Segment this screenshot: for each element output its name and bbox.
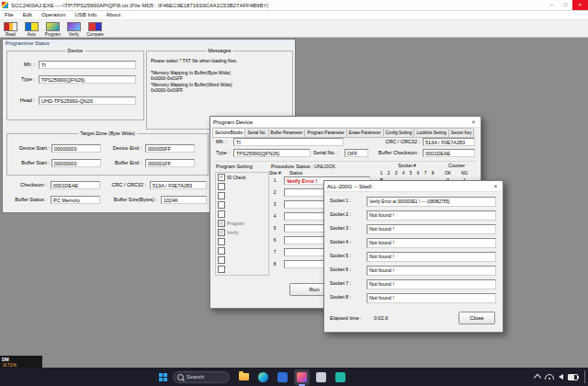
explorer-icon[interactable]: [236, 369, 252, 385]
close-dialog-button[interactable]: Close: [458, 312, 495, 324]
menu-edit[interactable]: Edit: [18, 11, 37, 19]
compare-button[interactable]: Compare: [85, 21, 106, 37]
site-row-num: 7: [269, 249, 280, 255]
tab-sectors-blocks[interactable]: Sectors/Blocks: [212, 128, 245, 138]
head-field[interactable]: UHD-TPS25990-QN26: [39, 96, 136, 105]
windows-logo-icon: [159, 373, 167, 381]
verify-button[interactable]: Verify: [63, 21, 85, 37]
socket-col-7: 7: [422, 170, 429, 176]
overlay-line2: -9.71%: [2, 362, 42, 368]
window-title: SCC2400AJ.EXE-----\TP\TPS25990APIQPI6.tx…: [11, 3, 268, 8]
checkbox[interactable]: [218, 201, 225, 209]
show-desktop-button[interactable]: [584, 370, 585, 383]
checkbox-row-id-check[interactable]: ✓ ID Check: [216, 173, 268, 182]
checkbox[interactable]: [218, 183, 225, 190]
dlg-crc-label: CRC / CRC32 :: [372, 139, 420, 145]
socket-header: Socket #: [378, 163, 436, 169]
app-icon-blue[interactable]: [275, 369, 290, 385]
id-check-checkbox[interactable]: ✓: [218, 174, 225, 181]
blue-app-icon: [277, 372, 288, 382]
checkbox[interactable]: [218, 192, 225, 199]
compare-label: Compare: [86, 32, 104, 37]
device-end-label: Device End :: [103, 145, 141, 152]
site-dialog-close-icon[interactable]: ×: [489, 181, 503, 191]
tab-erase-parameter[interactable]: Erase Parameter: [346, 128, 384, 138]
app-icon-teal[interactable]: [333, 369, 348, 385]
tab-buffer-parameter[interactable]: Buffer Parameter: [268, 128, 306, 138]
checkbox-row[interactable]: [216, 210, 268, 219]
dlg-crc-field: 513A / F0E7A283: [423, 138, 475, 146]
app-icon-gray[interactable]: [313, 369, 329, 385]
tab-serial-no[interactable]: Serial No.: [244, 128, 268, 138]
maximize-button[interactable]: □: [559, 0, 572, 10]
checkbox-row[interactable]: [216, 182, 268, 191]
volume-icon[interactable]: [559, 374, 563, 380]
checkbox-row[interactable]: [216, 246, 268, 255]
type-field[interactable]: TPS25990(QFN26): [39, 75, 136, 84]
socket-6-label: Socket 6 :: [330, 267, 351, 273]
site-row-num: 3: [269, 201, 280, 208]
checkbox[interactable]: [218, 266, 225, 273]
checkbox-row[interactable]: [216, 200, 268, 210]
socket-2-result-field: Not found !: [367, 210, 496, 221]
dlg-buffer-checksum-field: 0001DEAE: [423, 149, 475, 157]
dlg-type-label: Type :: [216, 150, 230, 156]
tab-secret-key[interactable]: Secret Key: [448, 128, 474, 138]
site-row-num: 6: [269, 237, 280, 244]
read-button[interactable]: Read: [0, 21, 21, 37]
target-zone-title: Target Zone (Byte Wide): [78, 131, 137, 137]
mfr-field[interactable]: TI: [39, 61, 136, 69]
dlg-type-field: TPS25990(QFN26): [233, 149, 311, 157]
checkbox[interactable]: [218, 238, 225, 245]
socket-3-label: Socket 3 :: [330, 225, 351, 232]
buffer-end-field[interactable]: 000001FF: [145, 159, 195, 167]
tab-lockbits-setting[interactable]: Lockbits Setting: [413, 128, 448, 138]
tab-config-setting[interactable]: Config Setting: [383, 128, 415, 138]
program-dialog-titlebar: Program Device ×: [210, 117, 481, 128]
type-label: Type :: [9, 76, 35, 83]
id-check-label: ID Check: [227, 175, 246, 180]
ng-header: NG: [457, 170, 472, 176]
minimize-button[interactable]: –: [545, 0, 559, 10]
gray-app-icon: [316, 372, 326, 382]
browser-icon[interactable]: [255, 369, 271, 385]
checkbox[interactable]: [218, 247, 225, 255]
buffer-end-label: Buffer End :: [103, 160, 141, 166]
device-start-field[interactable]: 00000000: [51, 144, 101, 153]
menu-operation[interactable]: Operation: [37, 11, 70, 19]
program-dialog-close-icon[interactable]: ×: [467, 117, 481, 127]
wifi-icon[interactable]: [545, 374, 554, 380]
auto-icon: [25, 22, 39, 31]
checkbox[interactable]: [218, 256, 225, 264]
tab-program-parameter[interactable]: Program Parameter: [304, 128, 346, 138]
checkbox-row[interactable]: [216, 191, 268, 200]
teal-app-icon: [335, 372, 345, 382]
menu-about[interactable]: About: [101, 11, 125, 19]
buffer-start-field[interactable]: 00000000: [51, 159, 101, 167]
programmer-app-icon[interactable]: [294, 369, 310, 385]
socket-3-result-field: Not found !: [367, 224, 496, 234]
program-button[interactable]: Program: [42, 21, 63, 37]
checkbox-row[interactable]: [216, 265, 268, 274]
taskbar-search[interactable]: Search: [173, 371, 230, 383]
socket-8-result-field: Not found !: [367, 293, 496, 303]
device-end-field[interactable]: 000000FF: [145, 144, 195, 153]
auto-button[interactable]: Auto: [21, 21, 42, 37]
menu-usb-info[interactable]: USB Info: [70, 11, 101, 19]
checkbox-row[interactable]: [216, 255, 268, 265]
crc-label: CRC / CRC32 :: [102, 182, 146, 188]
socket-col-1: 1: [378, 170, 385, 176]
elapsed-time-value: 0:02.6: [374, 315, 388, 322]
checkbox-row[interactable]: [216, 237, 268, 246]
counter-header: Counter: [438, 163, 475, 169]
tray-expand-icon[interactable]: [534, 374, 541, 381]
dlg-serial-field[interactable]: OFF: [345, 149, 368, 157]
menu-file[interactable]: File: [0, 11, 18, 19]
battery-icon[interactable]: [568, 374, 578, 380]
start-button[interactable]: [154, 369, 171, 385]
close-button[interactable]: ×: [572, 0, 588, 10]
checkbox[interactable]: [218, 210, 225, 218]
device-group-title: Device: [66, 48, 85, 54]
buffer-status-field: PC Memory: [51, 196, 100, 204]
verify-icon: [67, 22, 81, 31]
